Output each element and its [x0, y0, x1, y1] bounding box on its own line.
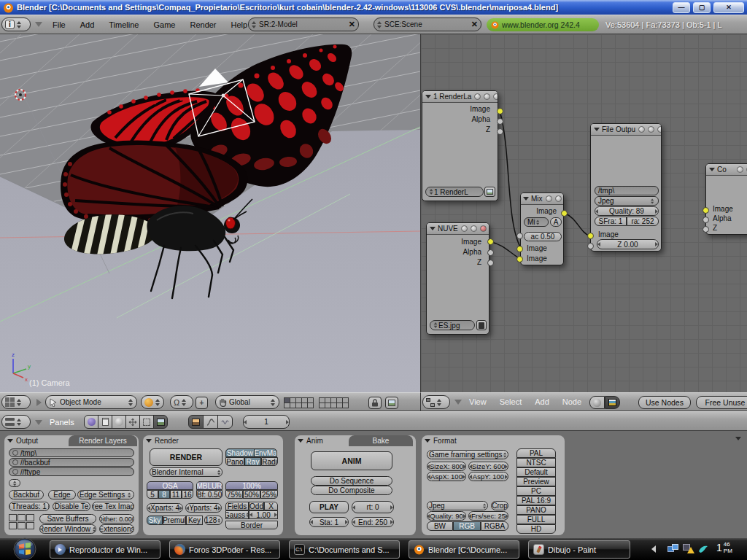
scene-context-button[interactable]	[153, 415, 168, 429]
odd-toggle[interactable]: Odd	[249, 502, 264, 510]
shadow-toggle[interactable]: Shadow	[225, 448, 255, 457]
save-buffers-toggle[interactable]: Save Buffers	[39, 514, 96, 524]
render-button[interactable]: RENDER	[150, 448, 222, 466]
output-efra-field[interactable]: ra: 252	[627, 217, 659, 226]
preset-hd[interactable]: HD	[516, 524, 556, 534]
node-image-nuve[interactable]: NUVE Image Alpha Z ES.jpg	[426, 222, 489, 335]
node-collapse-icon[interactable]	[594, 128, 600, 131]
viewport-type-menu[interactable]	[1, 395, 31, 409]
bf-field[interactable]: Bf: 0.50	[196, 490, 222, 499]
socket-composite-z[interactable]	[703, 226, 709, 233]
panel-collapse-icon[interactable]	[298, 439, 303, 443]
xparts-field[interactable]: Xparts: 4	[147, 503, 183, 513]
premul-toggle[interactable]: Premul	[163, 516, 186, 525]
node-plus-icon[interactable]	[474, 93, 481, 100]
layer-buttons-group-1b[interactable]	[284, 402, 313, 408]
output-sfra-field[interactable]: SFra: 1	[595, 217, 627, 226]
node-plus-icon[interactable]	[737, 166, 743, 173]
ray-toggle[interactable]: Ray	[244, 457, 261, 466]
osa-toggle[interactable]: OSA	[147, 481, 193, 490]
sound-subcontext-button[interactable]	[217, 415, 233, 429]
preset-full[interactable]: FULL	[516, 515, 556, 524]
node-file-output[interactable]: File Outpu /tmp\ Jpeg Quality: 89 SFra: …	[590, 123, 662, 252]
game-framing-select[interactable]: Game framing settings	[427, 450, 508, 459]
start-button[interactable]	[10, 537, 39, 560]
scene-selector[interactable]: SCE:Scene ✕	[374, 18, 481, 31]
alert-tray-icon[interactable]	[683, 544, 694, 553]
tab-output[interactable]: Output	[16, 437, 38, 445]
pano-toggle[interactable]: Pano	[225, 457, 244, 466]
maximize-button[interactable]: ▢	[693, 2, 711, 13]
display-mode-grid[interactable]	[9, 514, 35, 530]
window-titlebar[interactable]: Blender [C:\Documents and Settings\Compa…	[0, 0, 747, 15]
frame-counter[interactable]: 1	[243, 415, 290, 429]
socket-mix-fac[interactable]	[516, 233, 523, 239]
node-menu-icon[interactable]	[555, 195, 562, 202]
threads-field[interactable]: Threads: 1	[9, 502, 50, 511]
render-subcontext-button[interactable]	[188, 415, 204, 429]
size-50[interactable]: 50%	[243, 490, 260, 499]
header-expand-icon[interactable]	[36, 399, 42, 406]
header-collapse-icon[interactable]	[35, 420, 42, 425]
preset-pal[interactable]: PAL	[516, 448, 556, 458]
taskbar-item-blender[interactable]: Blender [C:\Docume...	[409, 540, 519, 559]
mix-blend-mode[interactable]: Mi	[524, 217, 549, 227]
minimize-button[interactable]: —	[673, 2, 690, 13]
socket-composite-image[interactable]	[703, 207, 709, 214]
sizex-field[interactable]: SizeX: 800	[427, 462, 466, 471]
dither-field[interactable]: Dither: 0.000	[99, 514, 134, 524]
orientation-selector[interactable]: Global	[215, 395, 279, 409]
tab-bake[interactable]: Bake	[349, 435, 413, 446]
osa-5[interactable]: 5	[147, 490, 158, 499]
node-collapse-icon[interactable]	[425, 95, 431, 98]
crop-toggle[interactable]: Crop	[491, 501, 508, 510]
gauss-value[interactable]: 1.00	[249, 510, 278, 519]
window-type-menu[interactable]: i	[1, 18, 31, 31]
preset-pc[interactable]: PC	[516, 486, 556, 496]
output-path-2[interactable]: //backbuf	[9, 458, 134, 467]
end-field[interactable]: End: 250	[352, 517, 394, 527]
socket-renderlayer-image[interactable]	[497, 108, 503, 114]
menu-file[interactable]: File	[53, 20, 66, 29]
scene-link-button[interactable]	[9, 479, 20, 487]
sta-field[interactable]: Sta: 1	[309, 517, 349, 527]
logic-context-button[interactable]	[84, 415, 98, 429]
node-plus-icon[interactable]	[638, 126, 645, 133]
material-nodes-toggle[interactable]	[589, 396, 605, 409]
object-context-button[interactable]	[125, 415, 140, 429]
sizey-field[interactable]: SizeY: 600	[468, 462, 508, 471]
render-preview-button[interactable]	[385, 397, 398, 409]
screen-delete-icon[interactable]: ✕	[349, 20, 355, 29]
node-menu-icon[interactable]	[484, 93, 490, 100]
edge-toggle[interactable]: Edge	[48, 490, 76, 499]
filetype-select[interactable]: Jpeg	[427, 501, 488, 510]
menu-node[interactable]: Node	[562, 397, 581, 406]
node-composite[interactable]: Co Image Alpha Z	[705, 163, 747, 235]
size-100[interactable]: 100%	[225, 481, 278, 490]
use-nodes-button[interactable]: Use Nodes	[638, 396, 691, 409]
mix-alpha-toggle[interactable]: A	[550, 217, 562, 227]
draw-mode-selector[interactable]	[141, 395, 164, 409]
osa-16[interactable]: 16	[182, 490, 193, 499]
size-25[interactable]: 25%	[260, 490, 278, 499]
engine-select[interactable]: Blender Internal	[150, 467, 222, 477]
border-toggle[interactable]: Border	[225, 521, 278, 529]
rgb-toggle[interactable]: RGB	[453, 521, 481, 531]
x-toggle[interactable]: X	[264, 502, 278, 510]
extensions-toggle[interactable]: Extensions	[99, 524, 134, 534]
viewport-3d[interactable]: z y x (1) Camera	[0, 34, 420, 392]
play-button[interactable]: PLAY	[309, 501, 349, 513]
node-preview-icon[interactable]	[480, 225, 487, 232]
anim-subcontext-button[interactable]	[203, 415, 218, 429]
menu-select[interactable]: Select	[500, 397, 522, 406]
node-preview-icon[interactable]	[493, 93, 498, 100]
screen-selector[interactable]: SR:2-Model ✕	[248, 18, 359, 31]
node-collapse-icon[interactable]	[709, 168, 715, 171]
osa-11[interactable]: 11	[170, 490, 182, 499]
mblur-toggle[interactable]: MBLUR	[196, 481, 222, 490]
header-collapse-icon[interactable]	[35, 22, 42, 27]
do-composite-toggle[interactable]: Do Composite	[311, 486, 392, 495]
scene-delete-icon[interactable]: ✕	[471, 20, 478, 29]
panel-collapse-icon[interactable]	[146, 439, 152, 443]
node-editor[interactable]: 1 RenderLa Image Alpha Z 1 RenderL NUVE …	[420, 34, 747, 392]
